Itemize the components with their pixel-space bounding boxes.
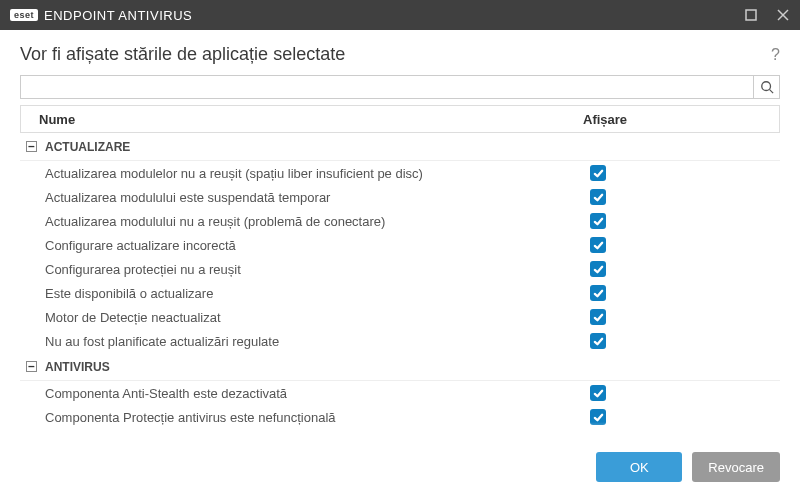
show-checkbox[interactable]: [590, 237, 606, 253]
show-checkbox[interactable]: [590, 409, 606, 425]
item-label: Motor de Detecție neactualizat: [45, 310, 590, 325]
list-item: Componenta Anti-Stealth este dezactivată: [20, 381, 780, 405]
list-item: Nu au fost planificate actualizări regul…: [20, 329, 780, 353]
group-row[interactable]: −ACTUALIZARE: [20, 133, 780, 161]
item-label: Nu au fost planificate actualizări regul…: [45, 334, 590, 349]
show-checkbox[interactable]: [590, 213, 606, 229]
close-icon[interactable]: [776, 8, 790, 22]
item-label: Actualizarea modulului este suspendată t…: [45, 190, 590, 205]
search-icon: [760, 80, 774, 94]
maximize-icon[interactable]: [744, 8, 758, 22]
list-item: Configurarea protecției nu a reușit: [20, 257, 780, 281]
item-label: Configurarea protecției nu a reușit: [45, 262, 590, 277]
item-label: Componenta Anti-Stealth este dezactivată: [45, 386, 590, 401]
item-label: Este disponibilă o actualizare: [45, 286, 590, 301]
group-label: ACTUALIZARE: [45, 140, 130, 154]
list-item: Actualizarea modulelor nu a reușit (spaț…: [20, 161, 780, 185]
show-checkbox[interactable]: [590, 261, 606, 277]
ok-button[interactable]: OK: [596, 452, 682, 482]
list-item: Componenta Protecție antivirus este nefu…: [20, 405, 780, 429]
search-button[interactable]: [754, 75, 780, 99]
footer: OK Revocare: [0, 438, 800, 500]
list-item: Actualizarea modulului nu a reușit (prob…: [20, 209, 780, 233]
svg-rect-0: [746, 10, 756, 20]
item-label: Configurare actualizare incorectă: [45, 238, 590, 253]
help-icon[interactable]: ?: [771, 46, 780, 64]
table-header: Nume Afișare: [20, 105, 780, 133]
page-title: Vor fi afișate stările de aplicație sele…: [20, 44, 345, 65]
show-checkbox[interactable]: [590, 385, 606, 401]
show-checkbox[interactable]: [590, 333, 606, 349]
show-checkbox[interactable]: [590, 285, 606, 301]
app-title: ENDPOINT ANTIVIRUS: [44, 8, 192, 23]
collapse-icon[interactable]: −: [26, 361, 37, 372]
search-row: [0, 75, 800, 105]
header: Vor fi afișate stările de aplicație sele…: [0, 30, 800, 75]
svg-point-3: [761, 82, 770, 91]
window-controls: [744, 8, 790, 22]
list-item: Actualizarea modulului este suspendată t…: [20, 185, 780, 209]
item-label: Componenta Protecție antivirus este nefu…: [45, 410, 590, 425]
show-checkbox[interactable]: [590, 309, 606, 325]
search-input[interactable]: [20, 75, 754, 99]
group-row[interactable]: −ANTIVIRUS: [20, 353, 780, 381]
table: Nume Afișare −ACTUALIZAREActualizarea mo…: [20, 105, 780, 438]
show-checkbox[interactable]: [590, 189, 606, 205]
show-checkbox[interactable]: [590, 165, 606, 181]
group-label: ANTIVIRUS: [45, 360, 110, 374]
column-header-show[interactable]: Afișare: [579, 112, 769, 127]
cancel-button[interactable]: Revocare: [692, 452, 780, 482]
titlebar: eset ENDPOINT ANTIVIRUS: [0, 0, 800, 30]
collapse-icon[interactable]: −: [26, 141, 37, 152]
brand-badge: eset: [10, 9, 38, 21]
list-item: Este disponibilă o actualizare: [20, 281, 780, 305]
item-label: Actualizarea modulelor nu a reușit (spaț…: [45, 166, 590, 181]
list-item: Motor de Detecție neactualizat: [20, 305, 780, 329]
list-item: Configurare actualizare incorectă: [20, 233, 780, 257]
item-label: Actualizarea modulului nu a reușit (prob…: [45, 214, 590, 229]
svg-line-4: [769, 90, 773, 94]
column-header-name[interactable]: Nume: [21, 112, 579, 127]
table-body[interactable]: −ACTUALIZAREActualizarea modulelor nu a …: [20, 133, 780, 438]
